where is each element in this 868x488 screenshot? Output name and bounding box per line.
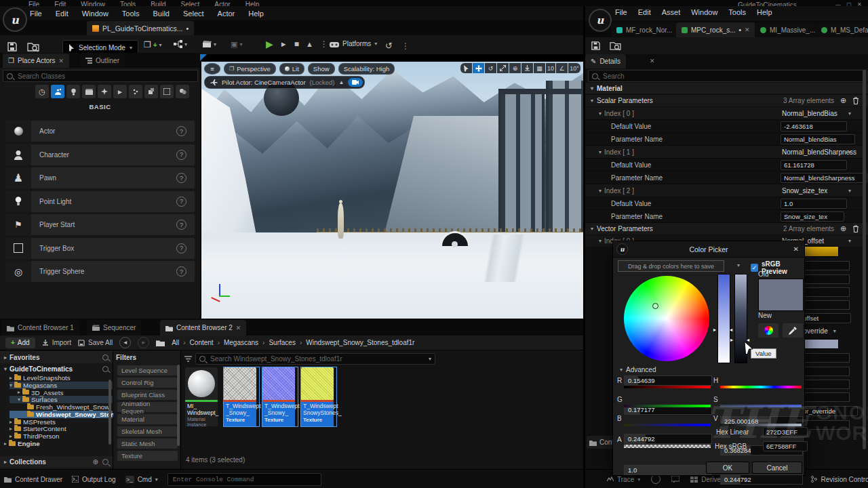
favorites-header[interactable]: ▸Favorites xyxy=(0,351,113,363)
advanced-header[interactable]: ▾ Advanced xyxy=(620,366,656,373)
vector-color-swatch-gold[interactable] xyxy=(800,246,839,257)
search-classes-input[interactable] xyxy=(16,72,194,81)
rotation-snap-value[interactable]: 10° xyxy=(568,63,580,73)
breadcrumb-megascans[interactable]: Megascans xyxy=(224,339,258,346)
hidden-field[interactable] xyxy=(800,300,850,310)
category-all-classes-icon[interactable] xyxy=(176,85,189,98)
show-dropdown[interactable]: Show xyxy=(308,63,335,75)
hidden-field[interactable] xyxy=(800,380,850,389)
filter-control-rig[interactable]: Control Rig xyxy=(116,378,178,388)
move-tool-icon[interactable] xyxy=(473,63,484,73)
level-tab[interactable]: PL_GuideToCinematics... • xyxy=(87,21,194,35)
bg-menu-help[interactable]: Help xyxy=(245,1,260,6)
menu-asset[interactable]: Asset xyxy=(662,8,681,16)
close-icon[interactable]: ✕ xyxy=(650,58,655,64)
place-actor-row-point-light[interactable]: Point Light ? xyxy=(5,191,195,212)
category-recent-icon[interactable]: ◷ xyxy=(35,85,49,98)
browse-content-icon[interactable] xyxy=(27,41,39,52)
messages-icon[interactable] xyxy=(671,476,679,483)
world-space-icon[interactable]: ⊕ xyxy=(509,63,521,73)
hex-srgb-field[interactable]: 6E7588FF xyxy=(763,441,808,451)
filters-scrollbar[interactable] xyxy=(177,365,180,446)
hex-linear-field[interactable]: 272D3EFF xyxy=(763,427,808,437)
add-element-icon[interactable]: ⊕ xyxy=(840,96,846,105)
menu-tools[interactable]: Tools xyxy=(122,9,140,18)
default-value-field[interactable]: 1.0 xyxy=(781,199,847,209)
filter-skeletal-mesh[interactable]: Skeletal Mesh xyxy=(116,426,178,436)
rotate-tool-icon[interactable]: ↺ xyxy=(485,63,496,73)
delete-elements-icon[interactable] xyxy=(852,225,859,232)
grid-snap-icon[interactable]: ▦ xyxy=(534,63,545,73)
old-color-swatch[interactable] xyxy=(758,279,804,296)
bg-menu-actor[interactable]: Actor xyxy=(214,1,230,6)
vector-parameters-header[interactable]: ▾ Vector Parameters 2 Array elements ⊕ xyxy=(585,223,868,235)
breadcrumb-surfaces[interactable]: Surfaces xyxy=(269,339,295,346)
chevron-down-icon[interactable]: ▾ xyxy=(848,238,851,244)
hidden-field[interactable] xyxy=(800,367,850,376)
v-gradient-bar[interactable] xyxy=(720,424,802,426)
menu-edit[interactable]: Edit xyxy=(56,9,68,18)
parameter-name-field[interactable]: Normal_blendSharpness xyxy=(781,173,867,183)
play-button[interactable]: ▶ xyxy=(266,39,273,49)
filter-static-mesh[interactable]: Static Mesh xyxy=(116,439,178,449)
filter-settings-icon[interactable] xyxy=(184,356,192,362)
close-icon[interactable]: ✕ xyxy=(59,58,64,64)
a-checker-bar[interactable] xyxy=(624,445,711,448)
r-value-field[interactable]: 0.154639 xyxy=(624,375,712,386)
search-icon[interactable] xyxy=(102,366,108,372)
category-basic-icon[interactable] xyxy=(51,85,64,98)
scalar-index-0-row[interactable]: ▾ Index [ 0 ] Normal_blendBias ▾ xyxy=(585,107,863,120)
import-button[interactable]: Import xyxy=(42,339,71,346)
parameter-dropdown-value[interactable]: Normal_blendSharpness xyxy=(782,148,856,156)
h-gradient-bar[interactable] xyxy=(720,386,802,388)
slider-handle-left-icon[interactable]: ▸ xyxy=(713,327,716,333)
bg-menu-edit[interactable]: Edit xyxy=(54,1,66,6)
eyedropper-button[interactable] xyxy=(783,323,803,338)
chevron-down-icon[interactable]: ▾ xyxy=(848,188,851,194)
save-all-button[interactable]: Save All xyxy=(78,339,113,346)
filter-level-sequence[interactable]: Level Sequence xyxy=(116,365,178,375)
parameter-dropdown-value[interactable]: Snow_size_tex xyxy=(782,187,827,195)
close-icon[interactable]: ✕ xyxy=(236,325,241,331)
help-icon[interactable]: ? xyxy=(176,220,186,230)
tree-item-windswept-snowy-stones[interactable]: Windswept_Snowy_Ston xyxy=(9,411,113,418)
collections-header[interactable]: ▸Collections ⊕ xyxy=(0,456,113,468)
close-icon[interactable]: ✕ xyxy=(793,245,799,253)
help-icon[interactable]: ? xyxy=(176,150,186,160)
details-search-box[interactable] xyxy=(588,70,867,82)
blueprints-dropdown[interactable]: ▾ xyxy=(174,40,187,48)
tab-outliner[interactable]: Outliner xyxy=(80,54,125,68)
scalar-parameters-header[interactable]: ▾ Scalar Parameters 3 Array elements ⊕ xyxy=(585,95,868,106)
chevron-down-icon[interactable]: ▾ xyxy=(848,110,851,117)
toolbar-kebab-icon[interactable]: ⋮ xyxy=(401,41,410,51)
override-dropdown[interactable]: _override▾ xyxy=(800,327,863,335)
tree-item-mspresets[interactable]: ▸MSPresets xyxy=(9,418,113,426)
slider-handle-left-icon[interactable]: ▸ xyxy=(730,337,733,343)
add-actor-dropdown[interactable]: ❐+▾ xyxy=(144,40,162,49)
project-root-row[interactable]: ▾GuideToCinematics xyxy=(0,363,113,374)
color-wheel-mode-button[interactable] xyxy=(758,323,778,338)
bg-menu-file[interactable]: File xyxy=(28,1,39,6)
folder-path-icon[interactable] xyxy=(156,340,165,346)
viewport-menu-icon[interactable]: ≡ xyxy=(204,63,220,75)
menu-edit[interactable]: Edit xyxy=(638,8,651,16)
add-collection-icon[interactable]: ⊕ xyxy=(93,458,98,466)
material-section-header[interactable]: ▾ Material xyxy=(585,83,868,94)
output-log-button[interactable]: Output Log xyxy=(72,476,115,483)
parameter-name-field[interactable]: or_override xyxy=(800,406,858,416)
tree-item-fresh-windswept-snow[interactable]: Fresh_Windswept_Snow xyxy=(9,403,113,411)
help-icon[interactable]: ? xyxy=(176,126,186,136)
bg-menu-tools[interactable]: Tools xyxy=(120,1,136,6)
ok-button[interactable]: OK xyxy=(706,462,749,474)
grid-snap-value[interactable]: 10 xyxy=(546,63,555,73)
place-actor-row-player-start[interactable]: ⚑ Player Start ? xyxy=(5,214,195,235)
asset-search-box[interactable]: ▾ xyxy=(195,353,435,365)
category-visual-effects-icon[interactable] xyxy=(98,85,111,98)
breadcrumb-content[interactable]: Content xyxy=(190,339,214,346)
category-shapes-icon[interactable] xyxy=(144,85,158,98)
scalar-index-1-row[interactable]: ▾ Index [ 1 ] Normal_blendSharpness ▾ xyxy=(585,146,863,159)
theme-chevron-icon[interactable]: ▾ xyxy=(737,262,740,268)
pilot-actor-pill[interactable]: Pilot Actor: CineCameraActor (Locked) ▲ xyxy=(204,76,365,89)
perspective-dropdown[interactable]: ❐Perspective xyxy=(224,63,276,75)
category-lights-icon[interactable] xyxy=(66,85,80,98)
